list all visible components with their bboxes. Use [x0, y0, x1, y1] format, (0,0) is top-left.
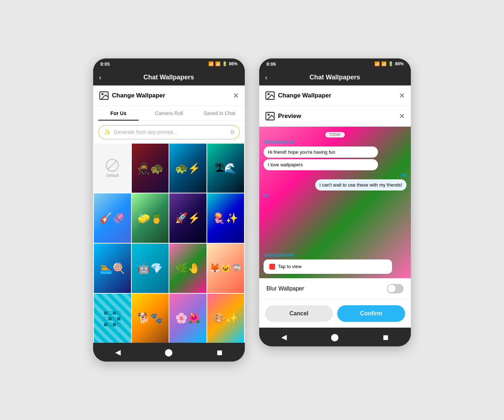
nav-back-2[interactable]: ‹	[265, 73, 268, 82]
wallpaper-item[interactable]: 🐢⚡	[169, 144, 207, 193]
cancel-button[interactable]: Cancel	[265, 305, 333, 322]
wallpaper-item[interactable]: 🏊🍭	[94, 244, 131, 293]
phone-2: 8:06 📶 📶 🔋 86% ‹ Chat Wallpapers	[259, 58, 411, 346]
blur-toggle[interactable]	[387, 284, 404, 293]
chat-sender-team-2: TEAM SNAPCHAT	[264, 253, 407, 257]
prompt-input[interactable]: Generate from any prompt...	[114, 129, 227, 135]
chat-sender-me: ME	[401, 173, 407, 177]
change-wallpaper-header: Change Wallpaper ✕	[259, 86, 411, 106]
wifi-icon: 📶	[208, 61, 214, 66]
wallpaper-grid: Default 🥷🐢 🐢⚡ 🏝🌊 🎸🦑 🧽🍍	[93, 144, 245, 343]
battery-icon: 🔋	[222, 61, 227, 66]
nav-bar-1: ‹ Chat Wallpapers	[93, 70, 245, 86]
change-wallpaper-title: Change Wallpaper	[278, 92, 399, 99]
tab-for-us[interactable]: For Us	[93, 106, 144, 121]
modal-header-1: Change Wallpaper ✕	[93, 86, 245, 106]
wallpaper-item[interactable]: 🎸🦑	[94, 193, 131, 243]
back-button-1[interactable]: ◀	[115, 348, 121, 356]
home-button-1[interactable]: ⬤	[165, 348, 173, 356]
preview-header: Preview ✕	[259, 106, 411, 127]
status-icons-1: 📶 📶 🔋 86%	[208, 61, 238, 66]
nav-bar-2: ‹ Chat Wallpapers	[259, 70, 411, 86]
tabs-1: For Us Camera Roll Saved in Chat	[93, 106, 245, 121]
battery-pct-2: 86%	[395, 61, 404, 66]
nav-title-1: Chat Wallpapers	[106, 74, 239, 81]
chat-today: TODAY	[264, 131, 407, 137]
svg-point-5	[268, 114, 269, 115]
chat-bubble-1: Hi friend! hope you're having fun	[264, 146, 378, 158]
action-buttons: Cancel Confirm	[259, 299, 411, 328]
wallpaper-item[interactable]: 🥷🐢	[132, 144, 169, 193]
signal-icon-2: 📶	[381, 61, 387, 66]
bottom-nav-1: ◀ ⬤ ◼	[93, 343, 245, 362]
default-label: Default	[106, 173, 119, 178]
chat-group-2: ME I can't wait to use these with my fri…	[264, 173, 407, 191]
tab-camera-roll[interactable]: Camera Roll	[144, 106, 194, 121]
toggle-knob	[388, 285, 396, 293]
chat-group-tap: TEAM SNAPCHAT Tap to view	[264, 253, 407, 274]
back-button-2[interactable]: ◀	[281, 333, 287, 341]
nav-back-1[interactable]: ‹	[99, 73, 101, 82]
wallpaper-item[interactable]: 🎨✨	[207, 294, 244, 343]
bottom-nav-2: ◀ ⬤ ◼	[259, 328, 411, 346]
wallpaper-item[interactable]: 🦊🐱🦈	[207, 244, 244, 293]
prompt-bar[interactable]: ✨ Generate from any prompt... ⧉	[98, 125, 240, 139]
wallpaper-item[interactable]: ◼◻◼◻◻◼◻◼◼◻◼◻	[94, 294, 131, 343]
red-square-icon	[269, 264, 275, 270]
wallpaper-item[interactable]: 🤖💎	[132, 244, 169, 293]
wallpaper-item[interactable]: 🪼✨	[207, 193, 244, 243]
phone-content-2: Change Wallpaper ✕ Preview ✕	[259, 86, 411, 328]
chat-group-1: TEAM SNAPCHAT Hi friend! hope you're hav…	[264, 140, 407, 170]
wallpaper-item[interactable]: 🌸🌺	[169, 294, 207, 343]
battery-pct-1: 86%	[229, 61, 238, 66]
today-badge: TODAY	[325, 132, 345, 137]
chat-sender-team: TEAM SNAPCHAT	[264, 140, 407, 144]
preview-modal-icon	[265, 111, 275, 121]
wallpaper-item[interactable]: 🧽🍍	[132, 193, 169, 243]
wallpaper-item[interactable]: 🚀⚡	[169, 193, 207, 243]
phone-1: 8:05 📶 📶 🔋 86% ‹ Chat Wallpapers	[93, 58, 245, 362]
home-button-2[interactable]: ⬤	[331, 333, 339, 341]
prompt-copy-icon: ⧉	[230, 129, 234, 135]
time-1: 8:05	[100, 61, 110, 67]
chat-sender-me-2: ME	[264, 193, 407, 197]
tab-saved-in-chat[interactable]: Saved in Chat	[194, 106, 245, 121]
svg-point-3	[268, 93, 269, 95]
wallpaper-item[interactable]: 🐕🐾	[132, 294, 169, 343]
prompt-star-icon: ✨	[104, 129, 111, 136]
modal-close-1[interactable]: ✕	[233, 91, 239, 100]
recents-button-1[interactable]: ◼	[217, 348, 223, 356]
blur-row: Blur Wallpaper	[259, 278, 411, 299]
chat-bubble-2: I love wallpapers	[264, 159, 378, 170]
preview-chat: TODAY TEAM SNAPCHAT Hi friend! hope you'…	[259, 127, 411, 278]
change-wallpaper-close[interactable]: ✕	[399, 91, 405, 100]
default-circle-icon	[106, 159, 119, 172]
chat-bubble-3: I can't wait to use these with my friend…	[315, 179, 407, 191]
phone-content-1: Change Wallpaper ✕ For Us Camera Roll Sa…	[93, 86, 245, 343]
preview-title: Preview	[278, 113, 399, 120]
status-bar-2: 8:06 📶 📶 🔋 86%	[259, 58, 411, 70]
wallpaper-modal-icon	[99, 91, 109, 101]
recents-button-2[interactable]: ◼	[383, 333, 389, 341]
wallpaper-item[interactable]: 🌿🤚	[169, 244, 207, 293]
wifi-icon-2: 📶	[374, 61, 380, 66]
svg-point-1	[102, 93, 103, 95]
status-bar-1: 8:05 📶 📶 🔋 86%	[93, 58, 245, 70]
time-2: 8:06	[266, 61, 276, 67]
tap-to-view-bubble[interactable]: Tap to view	[264, 259, 392, 274]
chat-group-3: ME	[264, 193, 407, 198]
nav-title-2: Chat Wallpapers	[272, 74, 405, 81]
tap-to-view-text: Tap to view	[278, 264, 301, 269]
wallpaper-modal-icon-2	[265, 91, 275, 101]
status-icons-2: 📶 📶 🔋 86%	[374, 61, 404, 66]
preview-close[interactable]: ✕	[399, 112, 405, 121]
modal-title-1: Change Wallpaper	[112, 92, 233, 99]
confirm-button[interactable]: Confirm	[337, 305, 405, 322]
signal-icon: 📶	[215, 61, 221, 66]
wallpaper-default[interactable]: Default	[94, 144, 131, 193]
wallpaper-item[interactable]: 🏝🌊	[207, 144, 244, 193]
battery-icon-2: 🔋	[388, 61, 394, 66]
chat-overlay: TODAY TEAM SNAPCHAT Hi friend! hope you'…	[259, 127, 411, 278]
blur-label: Blur Wallpaper	[266, 285, 387, 292]
